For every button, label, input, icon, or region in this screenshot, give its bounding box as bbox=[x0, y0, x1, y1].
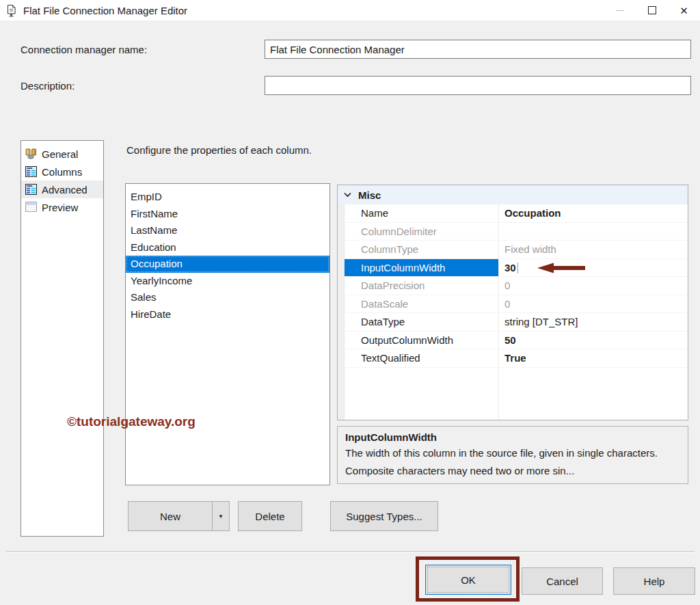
property-label: OutputColumnWidth bbox=[345, 334, 498, 346]
minimize-icon bbox=[616, 10, 624, 11]
property-help-title: InputColumnWidth bbox=[345, 431, 680, 443]
property-category-misc[interactable]: Misc bbox=[338, 185, 688, 204]
help-button[interactable]: Help bbox=[613, 567, 695, 595]
advanced-table-icon bbox=[25, 184, 38, 195]
property-row-outputcolumnwidth[interactable]: OutputColumnWidth 50 bbox=[345, 332, 688, 350]
property-row-datatype[interactable]: DataType string [DT_STR] bbox=[345, 313, 688, 332]
property-value-editing[interactable]: 30 bbox=[498, 262, 688, 273]
new-dropdown-button[interactable]: ▼ bbox=[212, 501, 230, 531]
dropdown-arrow-icon: ▼ bbox=[218, 513, 224, 520]
titlebar: Flat File Connection Manager Editor ✕ bbox=[0, 0, 700, 21]
pages-sidebar: General Columns bbox=[21, 140, 104, 537]
property-row-columndelimiter[interactable]: ColumnDelimiter bbox=[345, 223, 688, 241]
property-label: ColumnDelimiter bbox=[345, 226, 498, 237]
property-row-textqualified[interactable]: TextQualified True bbox=[345, 349, 688, 368]
property-label: TextQualified bbox=[345, 352, 498, 364]
sidebar-item-label: Columns bbox=[42, 166, 82, 178]
delete-button[interactable]: Delete bbox=[238, 501, 302, 531]
sidebar-item-label: General bbox=[42, 148, 78, 160]
annotation-arrow-icon bbox=[537, 262, 587, 276]
property-value[interactable]: 0 bbox=[498, 298, 688, 310]
chevron-down-icon bbox=[344, 192, 351, 198]
sidebar-item-columns[interactable]: Columns bbox=[21, 163, 103, 180]
column-list-item-selected[interactable]: Occupation bbox=[126, 256, 329, 273]
close-button[interactable]: ✕ bbox=[668, 0, 700, 21]
property-value[interactable]: Fixed width bbox=[498, 243, 688, 255]
preview-grid-icon bbox=[25, 202, 38, 213]
column-list-item[interactable]: EmpID bbox=[126, 189, 329, 206]
footer-divider bbox=[5, 551, 695, 552]
sidebar-item-label: Advanced bbox=[42, 184, 88, 196]
sidebar-item-label: Preview bbox=[42, 202, 78, 213]
property-row-inputcolumnwidth[interactable]: InputColumnWidth 30 bbox=[345, 259, 688, 278]
close-icon: ✕ bbox=[679, 5, 688, 16]
property-label: ColumnType bbox=[345, 243, 498, 255]
connection-general-icon bbox=[25, 148, 38, 159]
sidebar-item-general[interactable]: General bbox=[21, 145, 103, 163]
property-rows: Name Occupation ColumnDelimiter ColumnTy… bbox=[345, 204, 688, 368]
property-value[interactable]: Occupation bbox=[498, 207, 688, 219]
property-row-datascale[interactable]: DataScale 0 bbox=[345, 295, 688, 314]
property-grid-indent-strip bbox=[338, 204, 345, 420]
sidebar-item-preview[interactable]: Preview bbox=[21, 198, 103, 216]
property-row-dataprecision[interactable]: DataPrecision 0 bbox=[345, 277, 688, 295]
cancel-button[interactable]: Cancel bbox=[522, 567, 603, 595]
column-list-item[interactable]: YearlyIncome bbox=[126, 273, 329, 290]
property-label: InputColumnWidth bbox=[345, 259, 498, 277]
sidebar-item-advanced[interactable]: Advanced bbox=[21, 180, 103, 198]
column-list-item[interactable]: LastName bbox=[126, 222, 329, 239]
column-list-item[interactable]: Sales bbox=[126, 289, 329, 306]
property-value[interactable]: 0 bbox=[498, 280, 688, 291]
property-row-columntype[interactable]: ColumnType Fixed width bbox=[345, 241, 688, 259]
column-list-item[interactable]: FirstName bbox=[126, 206, 329, 223]
property-description-panel: InputColumnWidth The width of this colum… bbox=[337, 426, 688, 484]
maximize-button[interactable] bbox=[636, 0, 668, 21]
property-value[interactable]: string [DT_STR] bbox=[498, 316, 688, 327]
property-value[interactable]: True bbox=[498, 352, 688, 364]
configure-columns-instruction: Configure the properties of each column. bbox=[126, 144, 312, 156]
flat-file-connection-manager-editor-window: Flat File Connection Manager Editor ✕ Co… bbox=[0, 0, 700, 605]
property-value[interactable]: 50 bbox=[498, 334, 688, 346]
description-input[interactable] bbox=[265, 76, 691, 95]
column-list: EmpID FirstName LastName Education Occup… bbox=[125, 183, 330, 485]
category-label: Misc bbox=[358, 189, 381, 201]
flat-file-document-icon bbox=[6, 4, 16, 17]
maximize-icon bbox=[648, 6, 656, 14]
property-grid: Misc Name Occupation ColumnDelimiter Col… bbox=[337, 185, 688, 420]
property-label: DataScale bbox=[345, 298, 498, 310]
connection-manager-name-label: Connection manager name: bbox=[21, 44, 147, 55]
watermark-text: ©tutorialgateway.org bbox=[67, 414, 196, 429]
columns-table-icon bbox=[25, 166, 38, 177]
connection-manager-name-input[interactable] bbox=[265, 40, 691, 59]
new-button[interactable]: New bbox=[128, 501, 213, 531]
description-label: Description: bbox=[21, 80, 75, 92]
property-help-text: The width of this column in the source f… bbox=[345, 444, 680, 480]
minimize-button bbox=[604, 0, 636, 21]
window-title: Flat File Connection Manager Editor bbox=[23, 5, 187, 16]
column-list-item[interactable]: HireDate bbox=[126, 306, 329, 323]
property-label: Name bbox=[345, 207, 498, 219]
suggest-types-button[interactable]: Suggest Types... bbox=[330, 501, 438, 531]
property-label: DataPrecision bbox=[345, 280, 498, 291]
property-row-name[interactable]: Name Occupation bbox=[345, 204, 688, 223]
window-controls: ✕ bbox=[604, 0, 700, 21]
column-list-item[interactable]: Education bbox=[126, 239, 329, 256]
property-label: DataType bbox=[345, 316, 498, 327]
text-caret bbox=[517, 263, 518, 273]
ok-button[interactable]: OK bbox=[425, 565, 511, 595]
